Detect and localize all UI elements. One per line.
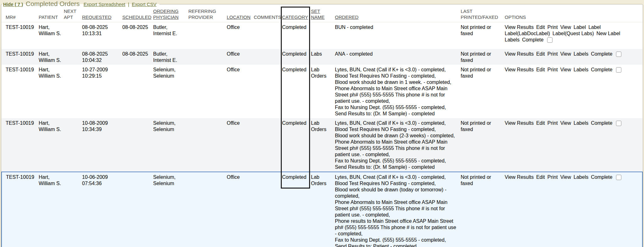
edit-link[interactable]: Edit bbox=[536, 51, 545, 57]
cell-patient: Hart, William S. bbox=[39, 172, 64, 247]
hide-link[interactable]: Hide ( 7 ) bbox=[3, 2, 23, 7]
label-link[interactable]: Label bbox=[574, 24, 586, 30]
cell-scheduled bbox=[122, 118, 153, 172]
cell-comments bbox=[254, 22, 282, 49]
complete-link[interactable]: Complete bbox=[591, 120, 612, 126]
print-link[interactable]: Print bbox=[547, 24, 558, 30]
col-last-printed-faxed: LAST PRINTED/FAXED bbox=[461, 8, 505, 22]
col-ordering-physician[interactable]: ORDERING PHYSICIAN bbox=[153, 8, 188, 22]
export-spreadsheet-link[interactable]: Export Spreadsheet bbox=[84, 2, 125, 7]
view-results-link[interactable]: View Results bbox=[505, 67, 534, 73]
order-row: TEST-10019Hart, William S.10-08-2009 10:… bbox=[2, 118, 642, 172]
cell-scheduled: 08-08-2025 bbox=[122, 49, 153, 65]
labels-link[interactable]: Labels bbox=[505, 37, 519, 43]
cell-patient: Hart, William S. bbox=[39, 118, 64, 172]
cell-category: Completed bbox=[282, 172, 311, 247]
col-mr: MR# bbox=[2, 8, 39, 22]
cell-mr: TEST-10019 bbox=[2, 49, 39, 65]
cell-next-apt bbox=[64, 65, 82, 118]
cell-location: Office bbox=[227, 118, 254, 172]
cell-ordering-physician: Selenium, Selenium bbox=[153, 172, 188, 247]
complete-checkbox[interactable] bbox=[616, 52, 621, 57]
cell-options: View ResultsEditPrintViewLabelsComplete bbox=[505, 172, 642, 247]
labels-link[interactable]: Labels bbox=[574, 120, 588, 126]
edit-link[interactable]: Edit bbox=[536, 174, 545, 180]
cell-mr: TEST-10019 bbox=[2, 65, 39, 118]
cell-location: Office bbox=[227, 49, 254, 65]
cell-set-name: Lab Orders bbox=[311, 118, 335, 172]
complete-link[interactable]: Complete bbox=[591, 174, 612, 180]
label-quest-labs-link[interactable]: Label(Quest Labs) bbox=[552, 30, 594, 37]
cell-patient: Hart, William S. bbox=[39, 65, 64, 118]
col-scheduled[interactable]: SCHEDULED bbox=[122, 8, 153, 22]
col-category[interactable]: CATEGORY bbox=[282, 8, 311, 22]
col-ordered[interactable]: ORDERED bbox=[335, 8, 461, 22]
view-link[interactable]: View bbox=[560, 67, 571, 73]
cell-set-name: Lab Orders bbox=[311, 172, 335, 247]
view-link[interactable]: View bbox=[560, 24, 571, 30]
complete-link[interactable]: Complete bbox=[591, 67, 612, 73]
cell-ordered: Lytes, BUN, Creat (Call if K+ is <3.0) -… bbox=[335, 65, 461, 118]
export-csv-link[interactable]: Export CSV bbox=[132, 2, 156, 7]
view-results-link[interactable]: View Results bbox=[505, 51, 534, 57]
cell-ordering-physician: Butler, Internist E. bbox=[153, 49, 188, 65]
col-requested[interactable]: REQUESTED bbox=[82, 8, 122, 22]
order-row: TEST-10019Hart, William S.08-08-2025 10:… bbox=[2, 49, 642, 65]
cell-last-printed-faxed: Not printed or faxed bbox=[461, 22, 505, 49]
view-results-link[interactable]: View Results bbox=[505, 120, 534, 126]
view-results-link[interactable]: View Results bbox=[505, 174, 534, 180]
print-link[interactable]: Print bbox=[547, 174, 558, 180]
labels-link[interactable]: Labels bbox=[574, 51, 588, 57]
cell-next-apt bbox=[64, 22, 82, 49]
complete-checkbox[interactable] bbox=[547, 37, 552, 43]
order-row: TEST-10019Hart, William S.10-06-2009 07:… bbox=[2, 172, 642, 247]
cell-scheduled bbox=[122, 65, 153, 118]
cell-location: Office bbox=[227, 65, 254, 118]
col-location[interactable]: LOCATION bbox=[227, 8, 254, 22]
edit-link[interactable]: Edit bbox=[536, 67, 545, 73]
print-link[interactable]: Print bbox=[547, 120, 558, 126]
cell-category: Completed bbox=[282, 49, 311, 65]
cell-next-apt bbox=[64, 49, 82, 65]
cell-comments bbox=[254, 118, 282, 172]
cell-ordered: Lytes, BUN, Creat (Call if K+ is <3.0) -… bbox=[335, 172, 461, 247]
cell-ordering-physician: Selenium, Selenium bbox=[153, 65, 188, 118]
view-link[interactable]: View bbox=[560, 174, 571, 180]
cell-referring-provider bbox=[188, 22, 227, 49]
cell-requested: 08-08-2025 10:04:32 bbox=[82, 49, 122, 65]
cell-options: View ResultsEditPrintViewLabelLabelLabel… bbox=[505, 22, 642, 49]
label-labdoclabel-link[interactable]: Label(LabDocLabel) bbox=[505, 30, 550, 37]
view-results-link[interactable]: View Results bbox=[505, 24, 534, 30]
cell-comments bbox=[254, 172, 282, 247]
cell-mr: TEST-10019 bbox=[2, 22, 39, 49]
cell-ordered: BUN - completed bbox=[335, 22, 461, 49]
labels-link[interactable]: Labels bbox=[574, 67, 588, 73]
new-label-link[interactable]: New Label bbox=[597, 30, 620, 37]
cell-requested: 08-08-2025 10:13:31 bbox=[82, 22, 122, 49]
view-link[interactable]: View bbox=[560, 120, 571, 126]
cell-last-printed-faxed: Not printed or faxed bbox=[461, 118, 505, 172]
cell-ordering-physician: Butler, Internist E. bbox=[153, 22, 188, 49]
order-row: TEST-10019Hart, William S.10-27-2009 10:… bbox=[2, 65, 642, 118]
view-link[interactable]: View bbox=[560, 51, 571, 57]
legend-separator: | bbox=[128, 2, 129, 7]
cell-category: Completed bbox=[282, 118, 311, 172]
complete-checkbox[interactable] bbox=[616, 121, 621, 126]
complete-link[interactable]: Complete bbox=[522, 37, 543, 43]
label-link[interactable]: Label bbox=[588, 24, 601, 30]
print-link[interactable]: Print bbox=[547, 51, 558, 57]
col-set-name[interactable]: SET NAME bbox=[311, 8, 335, 22]
print-link[interactable]: Print bbox=[547, 67, 558, 73]
cell-scheduled: 08-08-2025 bbox=[122, 22, 153, 49]
cell-mr: TEST-10019 bbox=[2, 172, 39, 247]
cell-patient: Hart, William S. bbox=[39, 22, 64, 49]
labels-link[interactable]: Labels bbox=[574, 174, 588, 180]
edit-link[interactable]: Edit bbox=[536, 120, 545, 126]
cell-options: View ResultsEditPrintViewLabelsComplete bbox=[505, 65, 642, 118]
complete-checkbox[interactable] bbox=[616, 175, 621, 180]
cell-next-apt bbox=[64, 172, 82, 247]
complete-link[interactable]: Complete bbox=[591, 51, 612, 57]
complete-checkbox[interactable] bbox=[616, 67, 621, 73]
cell-referring-provider bbox=[188, 49, 227, 65]
edit-link[interactable]: Edit bbox=[536, 24, 545, 30]
